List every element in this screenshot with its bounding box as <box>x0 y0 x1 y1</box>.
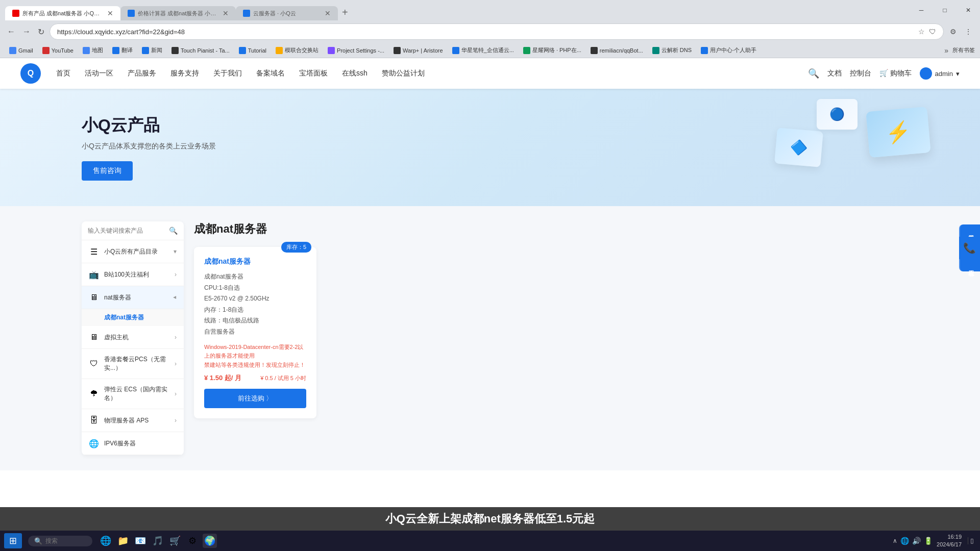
bookmark-mun[interactable]: 模联合交换站 <box>272 45 323 55</box>
taskbar-edge-icon[interactable]: 🌐 <box>99 534 113 548</box>
tray-network-icon[interactable]: 🌐 <box>900 537 909 545</box>
float-online-service-btn[interactable]: 在线客服 <box>959 259 980 271</box>
bookmark-youtube[interactable]: YouTube <box>38 46 78 55</box>
tab-2[interactable]: 价格计算器 成都nat服务器 小Q... ✕ <box>120 6 236 20</box>
more-bookmarks-button[interactable]: » <box>944 46 948 55</box>
tray-battery-icon[interactable]: 🔋 <box>924 537 933 545</box>
bookmarks-extra[interactable]: 所有书签 <box>952 46 975 54</box>
nav-donate[interactable]: 赞助公益计划 <box>382 69 425 78</box>
taskbar-search-input[interactable] <box>45 537 86 544</box>
bookmark-huaxing[interactable]: 华星笔特_企信通云... <box>448 45 518 55</box>
sidebar-item-ipv6[interactable]: 🌐 IPV6服务器 <box>82 432 184 455</box>
nav-bt[interactable]: 宝塔面板 <box>299 69 328 78</box>
bookmark-dns-label: 云解析 DNS <box>662 46 692 54</box>
nav-activity[interactable]: 活动一区 <box>85 69 113 78</box>
nav-home[interactable]: 首页 <box>56 69 70 78</box>
nav-ssh[interactable]: 在线ssh <box>342 69 368 78</box>
sidebar-search-input[interactable] <box>88 227 169 234</box>
bilibili-icon: 📺 <box>89 269 99 280</box>
back-button[interactable]: ← <box>5 25 17 38</box>
bookmark-usercenter[interactable]: 用户中心·个人助手 <box>697 45 761 55</box>
admin-menu[interactable]: admin ▾ <box>920 67 960 80</box>
url-input[interactable] <box>57 28 915 36</box>
bookmark-dns[interactable]: 云解析 DNS <box>648 45 696 55</box>
sidebar-item-nat[interactable]: 🖥 nat服务器 ▾ <box>82 286 184 309</box>
taskbar-store-icon[interactable]: 🛒 <box>168 534 182 548</box>
product-warning: Windows-2019-Datacenter-cn需要2-2以 上的服务器才能… <box>204 343 306 370</box>
tab-3-close[interactable]: ✕ <box>325 9 331 17</box>
bookmark-piano-label: Touch Pianist - Ta... <box>181 47 230 54</box>
warp-favicon <box>394 47 401 54</box>
bookmark-maps[interactable]: 地图 <box>79 45 107 55</box>
nav-support[interactable]: 服务支持 <box>170 69 199 78</box>
sidebar-subitem-chengdu-nat[interactable]: 成都nat服务器 <box>82 309 184 326</box>
sidebar-item-vhost[interactable]: 🖥 虚拟主机 › <box>82 326 184 349</box>
tab-2-title: 价格计算器 成都nat服务器 小Q... <box>138 10 219 17</box>
sidebar-item-all-products[interactable]: ☰ 小Q云所有产品目录 ▾ <box>82 240 184 263</box>
bookmark-project-settings[interactable]: Project Settings -... <box>324 46 388 55</box>
sidebar-item-aps[interactable]: 🗄 物理服务器 APS › <box>82 409 184 432</box>
taskbar-chrome-icon[interactable]: 🌍 <box>203 534 217 548</box>
taskbar-music-icon[interactable]: 🎵 <box>151 534 165 548</box>
bookmark-tutorial[interactable]: Tutorial <box>235 46 271 55</box>
menu-button[interactable]: ⋮ <box>962 26 975 38</box>
tab-1-active[interactable]: 所有产品 成都nat服务器 小Q云... ✕ <box>5 6 120 20</box>
product-name[interactable]: 成都nat服务器 <box>204 257 306 266</box>
system-clock[interactable]: 16:19 2024/6/17 <box>937 533 962 549</box>
tab-1-close[interactable]: ✕ <box>107 9 113 17</box>
maximize-button[interactable]: □ <box>933 0 957 20</box>
clock-date: 2024/6/17 <box>937 541 962 548</box>
tray-up-arrow[interactable]: ∧ <box>893 537 897 544</box>
sidebar-item-bilibili[interactable]: 📺 B站100关注福利 › <box>82 263 184 286</box>
site-nav: 首页 活动一区 产品服务 服务支持 关于我们 备案域名 宝塔面板 在线ssh 赞… <box>56 69 808 78</box>
spec-cpu2: E5-2670 v2 @ 2.50GHz <box>204 295 270 302</box>
bookmark-piano[interactable]: Touch Pianist - Ta... <box>167 46 234 55</box>
taskbar-explorer-icon[interactable]: 📁 <box>116 534 130 548</box>
show-desktop-button[interactable]: ▯ <box>968 537 976 544</box>
bookmark-translate[interactable]: 翻译 <box>108 45 137 55</box>
bookmark-maps-label: 地图 <box>92 46 103 54</box>
nav-cart[interactable]: 🛒 购物车 <box>879 69 912 78</box>
address-bar: ☆ 🛡 <box>50 23 944 40</box>
float-cloud-server-btn[interactable]: 高防云服务器 <box>959 224 980 237</box>
translate-favicon <box>112 47 119 54</box>
tray-speaker-icon[interactable]: 🔊 <box>912 537 921 545</box>
bookmark-xingyao[interactable]: 星耀网络 · PHP在... <box>519 45 585 55</box>
hero-consult-button[interactable]: 售前咨询 <box>82 161 133 181</box>
new-tab-button[interactable]: + <box>338 7 352 18</box>
bookmark-gmail[interactable]: Gmail <box>5 46 37 55</box>
nav-console[interactable]: 控制台 <box>850 69 871 78</box>
nav-domain[interactable]: 备案域名 <box>256 69 285 78</box>
minimize-button[interactable]: ─ <box>910 0 933 20</box>
nav-docs[interactable]: 文档 <box>827 69 842 78</box>
bookmark-remilia[interactable]: remiliacn/qqBot... <box>586 46 647 55</box>
extensions-button[interactable]: ⚙ <box>947 26 960 38</box>
uc-favicon <box>701 47 708 54</box>
sidebar-all-products-label: 小Q云所有产品目录 <box>104 247 174 256</box>
taskbar-right: ∧ 🌐 🔊 🔋 16:19 2024/6/17 ▯ <box>893 533 976 549</box>
sidebar-item-hk-pcs[interactable]: 🛡 香港套餐云PCS（无需实...） › <box>82 349 184 379</box>
bookmark-news[interactable]: 新闻 <box>138 45 166 55</box>
float-phone-btn[interactable]: 📞 <box>959 237 980 259</box>
stock-badge: 库存：5 <box>281 242 311 253</box>
sidebar-search-icon[interactable]: 🔍 <box>169 227 178 235</box>
tab-2-close[interactable]: ✕ <box>223 9 229 17</box>
taskbar-mail-icon[interactable]: 📧 <box>133 534 148 548</box>
forward-button[interactable]: → <box>20 25 33 38</box>
nav-about[interactable]: 关于我们 <box>213 69 242 78</box>
taskbar-settings-icon[interactable]: ⚙ <box>185 534 200 548</box>
youtube-favicon <box>42 47 50 54</box>
bookmark-warp[interactable]: Warp+ | Aristore <box>389 46 447 55</box>
reload-button[interactable]: ↻ <box>36 25 46 39</box>
close-button[interactable]: ✕ <box>957 0 980 20</box>
bookmark-star-icon[interactable]: ☆ <box>918 28 925 36</box>
taskbar-search-icon: 🔍 <box>34 537 42 545</box>
start-button[interactable]: ⊞ <box>4 533 22 548</box>
buy-button[interactable]: 前往选购 〉 <box>204 389 306 408</box>
spec-ram: 内存：1-8自选 <box>204 306 243 313</box>
sidebar-item-ecs[interactable]: 🌩 弹性云 ECS（国内需实名） › <box>82 379 184 409</box>
taskbar: ⊞ 🔍 🌐 📁 📧 🎵 🛒 ⚙ 🌍 ∧ 🌐 🔊 🔋 16:19 2024/6/1… <box>0 531 980 551</box>
search-icon[interactable]: 🔍 <box>808 68 819 79</box>
nav-products[interactable]: 产品服务 <box>128 69 156 78</box>
tab-3[interactable]: 云服务器 · 小Q云 ✕ <box>236 6 338 20</box>
